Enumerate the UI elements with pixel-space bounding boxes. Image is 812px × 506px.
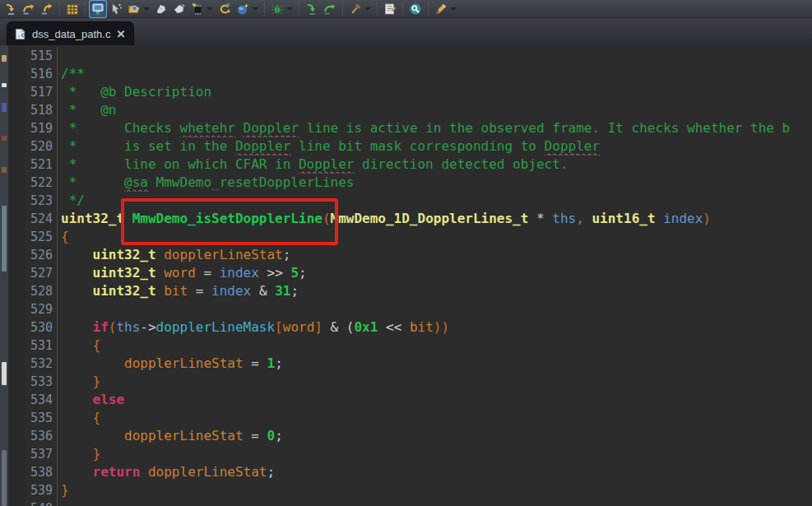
code-text[interactable]: uint32_t bit = index & 31; [57, 282, 812, 300]
code-text[interactable]: * Checks whetehr Doppler line is active … [57, 119, 812, 137]
build-button[interactable] [346, 0, 374, 18]
tab-close-icon[interactable]: ✕ [116, 29, 125, 39]
breakpoint-gutter[interactable] [8, 391, 25, 409]
dropdown-arrow-icon[interactable] [364, 7, 371, 11]
code-text[interactable]: else [57, 391, 812, 409]
code-line[interactable]: 533 } [8, 373, 812, 391]
dropdown-arrow-icon[interactable] [286, 7, 293, 11]
code-text[interactable]: } [57, 445, 812, 463]
code-text[interactable]: } [57, 481, 812, 499]
code-line[interactable]: 518 * @n [8, 101, 812, 119]
code-line[interactable]: 527 uint32_t word = index >> 5; [8, 264, 812, 282]
breakpoint-gutter[interactable] [8, 137, 25, 156]
code-text[interactable]: * line on which CFAR in Doppler directio… [57, 156, 812, 174]
breakpoint-gutter[interactable] [8, 83, 25, 101]
breakpoint-gutter[interactable] [8, 65, 25, 83]
code-text[interactable]: uint32_t MmwDemo_isSetDopplerLine(MmwDem… [57, 210, 812, 228]
code-line[interactable]: 526 uint32_t dopplerLineStat; [8, 246, 812, 264]
breakpoint-gutter[interactable] [8, 210, 25, 228]
code-text[interactable]: /** [57, 65, 812, 83]
breakpoint-gutter[interactable] [8, 119, 25, 137]
green-step-into-button[interactable] [303, 0, 321, 18]
code-line[interactable]: 535 { [8, 409, 812, 427]
step-over-button[interactable] [20, 0, 38, 18]
code-text[interactable]: dopplerLineStat = 0; [57, 427, 812, 445]
breakpoint-gutter[interactable] [8, 427, 25, 445]
code-line[interactable]: 536 dopplerLineStat = 0; [8, 427, 812, 445]
code-line[interactable]: 532 dopplerLineStat = 1; [8, 355, 812, 373]
code-line[interactable]: 515 [8, 47, 812, 65]
breakpoint-gutter[interactable] [8, 101, 25, 119]
code-line[interactable]: 524uint32_t MmwDemo_isSetDopplerLine(Mmw… [8, 210, 812, 228]
breakpoint-gutter[interactable] [8, 355, 25, 373]
dropdown-arrow-icon[interactable] [450, 7, 457, 11]
code-text[interactable]: } [57, 373, 812, 391]
code-text[interactable] [57, 47, 812, 65]
breakpoint-gutter[interactable] [8, 318, 25, 337]
step-return-button[interactable] [38, 0, 56, 18]
code-line[interactable]: 525{ [8, 228, 812, 246]
breakpoint-gutter[interactable] [8, 409, 25, 427]
breakpoint-gutter[interactable] [8, 228, 25, 246]
dropdown-arrow-icon[interactable] [206, 7, 213, 11]
code-text[interactable] [57, 499, 812, 506]
code-line[interactable]: 531 { [8, 337, 812, 355]
code-line[interactable]: 517 * @b Description [8, 83, 812, 101]
pen-button[interactable] [432, 0, 459, 18]
code-text[interactable]: */ [57, 192, 812, 210]
new-target-config-button[interactable] [381, 0, 399, 18]
dropdown-arrow-icon[interactable] [252, 7, 258, 11]
wand-button[interactable] [107, 0, 125, 18]
dropdown-arrow-icon[interactable] [143, 7, 150, 11]
code-text[interactable]: { [57, 409, 812, 427]
breakpoint-gutter[interactable] [8, 246, 25, 264]
breakpoint-gutter[interactable] [8, 192, 25, 210]
code-text[interactable]: * @n [57, 101, 812, 119]
breakpoint-gutter[interactable] [8, 156, 25, 174]
code-editor[interactable]: 515516/**517 * @b Description518 * @n519… [0, 45, 812, 506]
code-text[interactable]: if(ths->dopplerLineMask[word] & (0x1 << … [57, 318, 812, 337]
code-line[interactable]: 529 [8, 300, 812, 318]
code-line[interactable]: 522 * @sa MmwDemo_resetDopplerLines [8, 174, 812, 192]
flash-chip-button[interactable] [188, 0, 216, 18]
tool-b-button[interactable] [170, 0, 188, 18]
breakpoint-gutter[interactable] [8, 373, 25, 391]
code-line[interactable]: 540 [8, 499, 812, 506]
green-step-over-button[interactable] [321, 0, 339, 18]
breakpoint-gutter[interactable] [8, 300, 25, 318]
code-line[interactable]: 534 else [8, 391, 812, 409]
code-text[interactable]: uint32_t dopplerLineStat; [57, 246, 812, 264]
breakpoint-gutter[interactable] [8, 463, 25, 481]
code-line[interactable]: 520 * is set in the Doppler line bit mas… [8, 137, 812, 156]
debug-button[interactable] [268, 0, 295, 18]
memory-grid-button[interactable] [63, 0, 81, 18]
load-program-button[interactable] [125, 0, 152, 18]
code-text[interactable]: * @b Description [57, 83, 812, 101]
breakpoint-gutter[interactable] [8, 174, 25, 192]
code-text[interactable] [57, 300, 812, 318]
breakpoint-gutter[interactable] [8, 282, 25, 300]
code-text[interactable]: * is set in the Doppler line bit mask co… [57, 137, 812, 156]
code-line[interactable]: 521 * line on which CFAR in Doppler dire… [8, 156, 812, 174]
target-monitor-button[interactable] [89, 0, 107, 18]
code-text[interactable]: * @sa MmwDemo_resetDopplerLines [57, 174, 812, 192]
code-line[interactable]: 516/** [8, 65, 812, 83]
breakpoint-gutter[interactable] [8, 264, 25, 282]
step-into-button[interactable] [2, 0, 20, 18]
code-text[interactable]: uint32_t word = index >> 5; [57, 264, 812, 282]
code-text[interactable]: dopplerLineStat = 1; [57, 355, 812, 373]
tab-dss-data-path[interactable]: .c dss_data_path.c ✕ [7, 21, 134, 45]
code-line[interactable]: 523 */ [8, 192, 812, 210]
code-line[interactable]: 519 * Checks whetehr Doppler line is act… [8, 119, 812, 137]
breakpoint-gutter[interactable] [8, 481, 25, 499]
code-line[interactable]: 538 return dopplerLineStat; [8, 463, 812, 481]
code-line[interactable]: 528 uint32_t bit = index & 31; [8, 282, 812, 300]
code-line[interactable]: 539} [8, 481, 812, 499]
code-line[interactable]: 530 if(ths->dopplerLineMask[word] & (0x1… [8, 318, 812, 337]
browse-globe-button[interactable] [234, 0, 261, 18]
code-text[interactable]: { [57, 337, 812, 355]
breakpoint-gutter[interactable] [8, 445, 25, 463]
search-button[interactable] [406, 0, 425, 18]
restart-button[interactable] [216, 0, 234, 18]
breakpoint-gutter[interactable] [8, 499, 25, 506]
